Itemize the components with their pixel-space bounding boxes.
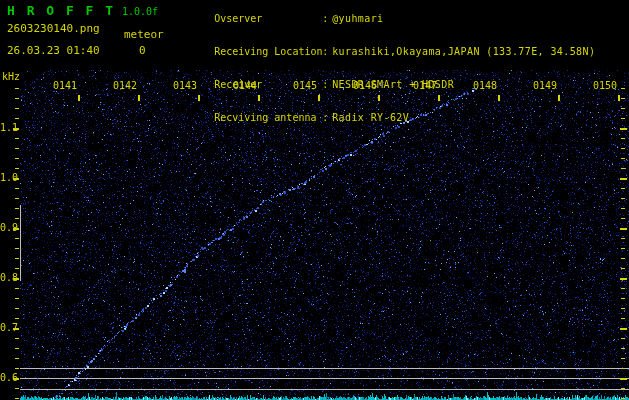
y-minor-tick-left: [15, 268, 19, 269]
y-minor-tick-left: [15, 278, 19, 279]
y-minor-tick-left: [15, 208, 19, 209]
info-row-observer: Ovserver:@yuhmari: [178, 2, 595, 35]
y-minor-tick-right: [621, 258, 625, 259]
y-minor-tick-right: [621, 208, 625, 209]
y-axis-label: 0.6: [0, 373, 13, 383]
y-minor-tick-right: [621, 198, 625, 199]
x-axis-label: 0144: [233, 81, 257, 91]
y-minor-tick-right: [621, 248, 625, 249]
y-minor-tick-left: [15, 398, 19, 399]
y-minor-tick-left: [15, 108, 19, 109]
y-minor-tick-right: [621, 388, 625, 389]
y-minor-tick-left: [15, 338, 19, 339]
y-minor-tick-right: [621, 368, 625, 369]
y-minor-tick-right: [621, 268, 625, 269]
y-minor-tick-right: [621, 218, 625, 219]
info-colon: :: [322, 112, 332, 123]
y-minor-tick-right: [621, 278, 625, 279]
x-axis-label: 0150: [593, 81, 617, 91]
y-minor-tick-left: [15, 148, 19, 149]
y-minor-tick-right: [621, 318, 625, 319]
y-minor-tick-right: [621, 148, 625, 149]
y-minor-tick-left: [15, 388, 19, 389]
y-minor-tick-right: [621, 88, 625, 89]
y-minor-tick-left: [15, 228, 19, 229]
y-minor-tick-right: [621, 308, 625, 309]
y-minor-tick-left: [15, 348, 19, 349]
info-colon: :: [322, 46, 332, 57]
x-axis-tick: [78, 95, 80, 101]
hrofft-window: H R O F F T 1.0.0f 2603230140.png meteor…: [0, 0, 629, 400]
info-row-location: Receiving Location:kurashiki,Okayama,JAP…: [178, 35, 595, 68]
meteor-counter-label: meteor: [124, 28, 164, 41]
x-axis-tick: [138, 95, 140, 101]
y-minor-tick-left: [15, 258, 19, 259]
info-colon: :: [322, 13, 332, 24]
x-axis-label: 0148: [473, 81, 497, 91]
y-minor-tick-right: [621, 238, 625, 239]
timestamp: 26.03.23 01:40: [7, 44, 100, 57]
y-minor-tick-right: [621, 298, 625, 299]
y-minor-tick-right: [621, 118, 625, 119]
y-minor-tick-right: [621, 328, 625, 329]
x-axis-label: 0141: [53, 81, 77, 91]
y-minor-tick-left: [15, 138, 19, 139]
station-info-block: Ovserver:@yuhmari Receiving Location:kur…: [178, 2, 595, 134]
y-minor-tick-left: [15, 118, 19, 119]
x-axis-tick: [378, 95, 380, 101]
x-axis-label: 0143: [173, 81, 197, 91]
output-filename: 2603230140.png: [7, 22, 100, 35]
x-axis-tick: [558, 95, 560, 101]
y-minor-tick-left: [15, 288, 19, 289]
y-minor-tick-right: [621, 378, 625, 379]
y-minor-tick-left: [15, 218, 19, 219]
y-minor-tick-left: [15, 308, 19, 309]
meteor-count-value: 0: [139, 44, 146, 57]
y-minor-tick-right: [621, 168, 625, 169]
y-minor-tick-right: [621, 288, 625, 289]
app-version: 1.0.0f: [122, 6, 158, 17]
y-minor-tick-right: [621, 98, 625, 99]
y-minor-tick-left: [15, 188, 19, 189]
y-minor-tick-left: [15, 358, 19, 359]
x-axis-tick: [318, 95, 320, 101]
x-axis-label: 0142: [113, 81, 137, 91]
y-minor-tick-left: [15, 98, 19, 99]
y-minor-tick-left: [15, 178, 19, 179]
y-minor-tick-right: [621, 338, 625, 339]
y-minor-tick-left: [15, 318, 19, 319]
y-minor-tick-right: [621, 178, 625, 179]
info-value: @yuhmari: [332, 13, 383, 24]
y-minor-tick-right: [621, 128, 625, 129]
info-row-antenna: Recviving antenna:Radix RY-62V: [178, 101, 595, 134]
y-axis-label: 1.0: [0, 173, 13, 183]
y-minor-tick-left: [15, 198, 19, 199]
info-label: Ovserver: [214, 13, 322, 24]
x-axis-label: 0149: [533, 81, 557, 91]
y-axis-unit-label: kHz: [2, 71, 20, 82]
y-axis-label: 1.1: [0, 123, 13, 133]
x-axis-tick: [438, 95, 440, 101]
info-value: kurashiki,Okayama,JAPAN (133.77E, 34.58N…: [332, 46, 595, 57]
y-axis-label: 0.9: [0, 223, 13, 233]
y-axis-label: 0.7: [0, 323, 13, 333]
info-label: Recviving antenna: [214, 112, 322, 123]
info-label: Receiving Location: [214, 46, 322, 57]
y-minor-tick-left: [15, 378, 19, 379]
y-minor-tick-left: [15, 238, 19, 239]
y-minor-tick-right: [621, 348, 625, 349]
y-minor-tick-left: [15, 248, 19, 249]
y-minor-tick-right: [621, 228, 625, 229]
info-colon: :: [322, 79, 332, 90]
info-value: Radix RY-62V: [332, 112, 409, 123]
y-minor-tick-right: [621, 158, 625, 159]
y-minor-tick-left: [15, 368, 19, 369]
y-minor-tick-right: [621, 188, 625, 189]
y-minor-tick-right: [621, 398, 625, 399]
y-minor-tick-left: [15, 168, 19, 169]
x-axis-tick: [618, 95, 620, 101]
y-minor-tick-right: [621, 138, 625, 139]
x-axis-tick: [498, 95, 500, 101]
y-minor-tick-left: [15, 158, 19, 159]
y-minor-tick-left: [15, 128, 19, 129]
